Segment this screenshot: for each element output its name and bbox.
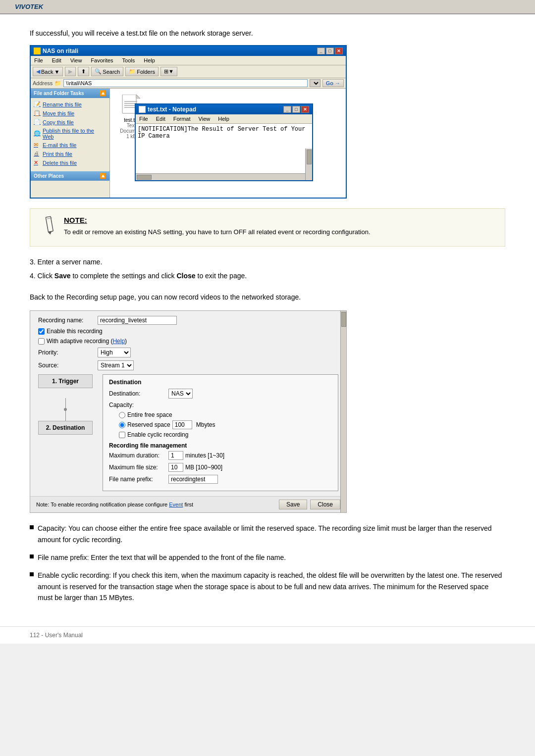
notepad-menu-format[interactable]: Format (172, 115, 192, 122)
save-button[interactable]: Save (279, 500, 307, 509)
notepad-maximize-button[interactable]: □ (292, 106, 300, 113)
pencil-svg (40, 216, 58, 236)
reserved-value-input[interactable] (172, 420, 192, 429)
note-box: NOTE: To edit or remove an existing NAS … (30, 208, 505, 247)
rename-link[interactable]: 📝 Rename this file (34, 100, 107, 109)
prefix-label: File name prefix: (109, 476, 168, 483)
file-folder-tasks-header: File and Folder Tasks 🔼 (31, 89, 109, 98)
print-link[interactable]: 🖨 Print this file (34, 150, 107, 158)
notepad-menu-file[interactable]: File (138, 115, 150, 122)
explorer-sidebar: File and Folder Tasks 🔼 📝 Rename this fi… (31, 89, 110, 198)
notepad-menu-view[interactable]: View (197, 115, 212, 122)
recording-name-input[interactable] (98, 316, 177, 325)
delete-link[interactable]: ✕ Delete this file (34, 158, 107, 167)
priority-select[interactable]: High Medium Low (98, 348, 131, 357)
notepad-close-button[interactable]: ✕ (301, 106, 309, 113)
max-duration-input[interactable] (168, 451, 183, 460)
save-label: Save (286, 501, 300, 508)
address-value: \\ritali\NAS (66, 80, 92, 86)
source-row: Source: Stream 1 Stream 2 (38, 360, 338, 370)
notepad-scrollbar-v[interactable] (305, 149, 312, 180)
prefix-input[interactable] (168, 475, 218, 484)
email-icon: ✉ (34, 142, 41, 149)
menu-file[interactable]: File (33, 57, 45, 64)
menu-favorites[interactable]: Favorites (89, 57, 114, 64)
menu-help[interactable]: Help (142, 57, 157, 64)
maximize-button[interactable]: □ (326, 48, 334, 54)
prefix-row: File name prefix: (109, 475, 332, 484)
section-collapse-icon[interactable]: 🔼 (100, 90, 107, 97)
email-link[interactable]: ✉ E-mail this file (34, 141, 107, 150)
entire-free-radio[interactable] (119, 412, 125, 418)
destination-select[interactable]: NAS SD (168, 389, 193, 399)
close-button[interactable]: ✕ (335, 48, 343, 54)
note-text: To edit or remove an existing NAS settin… (64, 227, 371, 238)
copy-link[interactable]: 📄 Copy this file (34, 118, 107, 127)
svg-rect-0 (122, 95, 136, 113)
move-link[interactable]: 📋 Move this file (34, 109, 107, 118)
cyclic-checkbox[interactable] (119, 432, 125, 438)
views-button[interactable]: ⊞▼ (160, 67, 177, 76)
notepad-content: [NOTIFICATION]The Result of Server Test … (136, 124, 312, 173)
explorer-titlebar: NAS on ritali _ □ ✕ (31, 46, 346, 56)
address-field[interactable]: \\ritali\NAS (63, 79, 307, 87)
forward-button[interactable]: ▶ (65, 67, 76, 76)
max-duration-row: Maximum duration: minutes [1~30] (109, 451, 332, 460)
folders-button[interactable]: 📁 Folders (125, 67, 159, 76)
recording-form-inner: Recording name: Enable this recording Wi… (30, 311, 346, 496)
connector-line-2 (65, 411, 66, 421)
adaptive-recording-row: With adaptive recording (Help) (38, 338, 338, 345)
menu-edit[interactable]: Edit (51, 57, 63, 64)
reserved-space-radio[interactable] (119, 422, 125, 428)
capacity-label: Capacity: (109, 402, 168, 408)
page-wrapper: VIVOTEK If successful, you will receive … (0, 0, 535, 756)
move-label: Move this file (43, 110, 74, 116)
back-button[interactable]: ◀ Back ▼ (33, 67, 63, 76)
other-places-collapse-icon[interactable]: 🔼 (100, 173, 107, 179)
trigger-destination-area: 1. Trigger 2. Destination Destination (38, 374, 338, 491)
notepad-minimize-button[interactable]: _ (283, 106, 291, 113)
notepad-menu: File Edit Format View Help (136, 114, 312, 124)
go-button[interactable]: Go → (322, 79, 344, 87)
address-label: Address (33, 80, 53, 86)
event-link[interactable]: Event (169, 502, 183, 507)
explorer-window: NAS on ritali _ □ ✕ File Edit View Favor… (30, 45, 347, 199)
destination-section-box: Destination Destination: NAS SD (103, 374, 338, 491)
back-label: Back (41, 69, 53, 75)
bullet-square-3 (30, 572, 34, 576)
notepad-window: test.txt - Notepad _ □ ✕ File Edit Form (135, 103, 313, 181)
connector-line-1 (65, 398, 66, 408)
footer-text: 112 - User's Manual (30, 632, 83, 639)
other-places-header: Other Places 🔼 (31, 171, 109, 181)
form-scrollbar[interactable] (340, 311, 346, 512)
reserved-space-row: Reserved space Mbytes (119, 420, 332, 429)
minimize-button[interactable]: _ (317, 48, 325, 54)
move-icon: 📋 (34, 110, 41, 117)
explorer-main-area: test.txt Text Document 1 kB test.txt - N… (110, 89, 346, 198)
vivotek-header: VIVOTEK (0, 0, 535, 14)
menu-view[interactable]: View (69, 57, 84, 64)
publish-link[interactable]: 🌐 Publish this file to the Web (34, 127, 107, 141)
search-button[interactable]: 🔍 Search (91, 67, 123, 76)
explorer-body: File and Folder Tasks 🔼 📝 Rename this fi… (31, 89, 346, 198)
source-select[interactable]: Stream 1 Stream 2 (98, 360, 134, 370)
capacity-row: Capacity: (109, 402, 332, 408)
notepad-menu-edit[interactable]: Edit (155, 115, 167, 122)
brand-title: VIVOTEK (15, 3, 43, 10)
source-label: Source: (38, 362, 98, 369)
up-button[interactable]: ⬆ (78, 67, 89, 76)
titlebar-buttons: _ □ ✕ (317, 48, 343, 54)
enable-recording-checkbox[interactable] (38, 328, 45, 335)
form-footer: Note: To enable recording notification p… (30, 496, 346, 512)
help-link[interactable]: Help (112, 338, 125, 345)
back-dropdown-icon[interactable]: ▼ (54, 69, 59, 75)
cyclic-row: Enable cyclic recording (119, 431, 332, 438)
address-dropdown[interactable] (310, 79, 321, 87)
close-button[interactable]: Close (310, 500, 340, 509)
adaptive-recording-checkbox[interactable] (38, 338, 45, 345)
notepad-scrollbar-h[interactable] (136, 173, 312, 180)
menu-tools[interactable]: Tools (121, 57, 137, 64)
notepad-menu-help[interactable]: Help (216, 115, 231, 122)
max-size-input[interactable] (168, 463, 183, 472)
trigger-label: 1. Trigger (52, 378, 79, 385)
